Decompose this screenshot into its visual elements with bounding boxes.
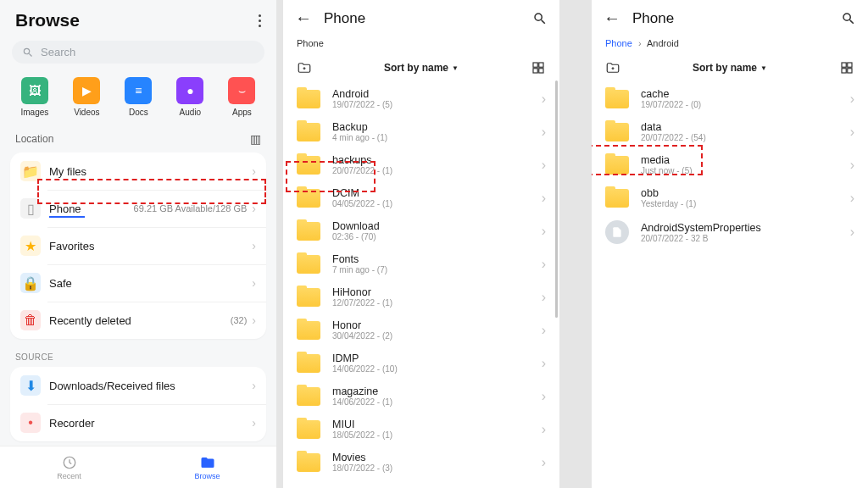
sort-button[interactable]: Sort by name▼: [384, 62, 459, 74]
back-icon[interactable]: ←: [604, 8, 620, 28]
row-label: My files: [49, 165, 252, 178]
row-icon: 📁: [20, 161, 41, 181]
svg-rect-3: [533, 69, 537, 73]
category-audio[interactable]: ●Audio: [176, 77, 203, 117]
folder-name: IDMP: [332, 352, 542, 364]
search-placeholder: Search: [41, 46, 75, 58]
folder-row[interactable]: Fonts7 min ago - (7): [283, 247, 559, 280]
folder-row[interactable]: magazine14/06/2022 - (1): [283, 380, 559, 413]
folder-name: magazine: [332, 385, 542, 397]
folder-row[interactable]: Movies18/07/2022 - (3): [283, 446, 559, 477]
svg-rect-7: [842, 69, 846, 73]
folder-row[interactable]: Download02:36 - (70): [283, 214, 559, 247]
folder-meta: 19/07/2022 - (5): [332, 100, 542, 109]
location-label: Location: [15, 133, 53, 145]
folder-icon: [297, 288, 320, 307]
folder-name: media: [641, 154, 850, 166]
folder-row[interactable]: HiHonor12/07/2022 - (1): [283, 280, 559, 313]
folder-row[interactable]: DCIM04/05/2022 - (1): [283, 181, 559, 214]
category-label: Videos: [74, 108, 99, 117]
category-videos[interactable]: ▶Videos: [73, 77, 100, 117]
chevron-right-icon: ›: [252, 202, 256, 215]
list-item[interactable]: 📁 My files ›: [10, 152, 266, 190]
list-item[interactable]: 🗑 Recently deleted (32) ›: [10, 302, 266, 339]
chevron-right-icon: ›: [252, 164, 256, 178]
svg-rect-8: [848, 69, 852, 73]
folder-meta: 14/06/2022 - (1): [332, 397, 542, 407]
new-folder-icon[interactable]: [605, 60, 620, 75]
folder-icon: [297, 453, 320, 472]
folder-name: Download: [332, 220, 542, 232]
row-icon: 🗑: [20, 310, 41, 330]
image-icon: 🖼: [21, 77, 48, 104]
folder-row[interactable]: MIUI18/05/2022 - (1): [283, 413, 559, 446]
file-row[interactable]: AndroidSystemProperties20/07/2022 - 32 B: [592, 214, 868, 250]
row-sub: 69.21 GB Available/128 GB: [134, 203, 248, 214]
sort-label: Sort by name: [693, 62, 757, 74]
svg-rect-6: [848, 63, 852, 67]
folder-name: Fonts: [332, 253, 542, 265]
breadcrumb[interactable]: Phone › Android: [592, 36, 868, 55]
folder-row[interactable]: data20/07/2022 - (54): [592, 115, 868, 148]
category-docs[interactable]: ≡Docs: [125, 77, 152, 117]
folder-row[interactable]: IDMP14/06/2022 - (10): [283, 347, 559, 380]
grid-view-icon[interactable]: [839, 60, 854, 75]
page-title: Phone: [324, 10, 520, 27]
row-label: Phone: [49, 202, 134, 215]
folder-row[interactable]: Android19/07/2022 - (5): [283, 82, 559, 115]
clock-icon: [62, 455, 77, 470]
more-icon[interactable]: [259, 14, 261, 27]
chevron-down-icon: ▼: [452, 64, 459, 72]
search-input[interactable]: Search: [12, 41, 264, 64]
breadcrumb[interactable]: Phone: [283, 36, 559, 55]
svg-rect-2: [539, 63, 543, 67]
row-icon: •: [20, 413, 41, 433]
file-icon: [605, 220, 629, 244]
chevron-right-icon: ›: [252, 239, 256, 252]
list-item[interactable]: • Recorder ›: [10, 404, 266, 441]
sort-button[interactable]: Sort by name▼: [693, 62, 767, 74]
nav-browse[interactable]: Browse: [138, 446, 276, 488]
folder-name: Movies: [332, 452, 542, 463]
svg-rect-4: [539, 69, 543, 73]
nav-recent[interactable]: Recent: [0, 446, 138, 488]
folder-icon: [297, 321, 320, 340]
nav-browse-label: Browse: [194, 472, 220, 480]
list-item[interactable]: 🔒 Safe ›: [10, 264, 266, 302]
folder-meta: Just now - (5): [641, 166, 850, 175]
folder-row[interactable]: mediaJust now - (5): [592, 148, 868, 181]
folder-row[interactable]: cache19/07/2022 - (0): [592, 82, 868, 115]
grid-view-icon[interactable]: [531, 60, 546, 75]
row-label: Safe: [49, 277, 252, 290]
list-item[interactable]: ★ Favorites ›: [10, 227, 266, 264]
category-images[interactable]: 🖼Images: [21, 77, 49, 117]
list-item[interactable]: ⬇ Downloads/Received files ›: [10, 367, 266, 404]
folder-meta: Yesterday - (1): [641, 199, 850, 208]
breadcrumb-phone[interactable]: Phone: [605, 38, 632, 48]
scrollbar[interactable]: [555, 80, 558, 318]
folder-name: HiHonor: [332, 286, 542, 298]
folder-icon: [605, 156, 629, 175]
list-item[interactable]: ▯ Phone 69.21 GB Available/128 GB ›: [10, 190, 266, 227]
folder-meta: 12/07/2022 - (1): [332, 298, 542, 308]
folder-row[interactable]: Backup4 min ago - (1): [283, 115, 559, 148]
search-icon[interactable]: [841, 11, 856, 26]
folder-row[interactable]: obbYesterday - (1): [592, 181, 868, 214]
folder-name: obb: [641, 187, 850, 199]
back-icon[interactable]: ←: [295, 8, 312, 28]
search-icon[interactable]: [532, 11, 548, 26]
folder-icon: [605, 189, 629, 208]
folder-name: DCIM: [332, 187, 542, 199]
storage-icon[interactable]: ▥: [250, 132, 261, 146]
category-apps[interactable]: ⌣Apps: [228, 77, 255, 117]
category-label: Apps: [232, 108, 252, 117]
folder-row[interactable]: Honor30/04/2022 - (2): [283, 313, 559, 347]
source-label: SOURCE: [0, 342, 276, 363]
sort-label: Sort by name: [384, 62, 448, 74]
folder-name: data: [641, 121, 850, 133]
new-folder-icon[interactable]: [297, 60, 312, 75]
file-meta: 20/07/2022 - 32 B: [641, 234, 850, 243]
folder-icon: [297, 189, 320, 208]
folder-row[interactable]: backups20/07/2022 - (1): [283, 148, 559, 181]
folder-meta: 18/05/2022 - (1): [332, 430, 542, 440]
